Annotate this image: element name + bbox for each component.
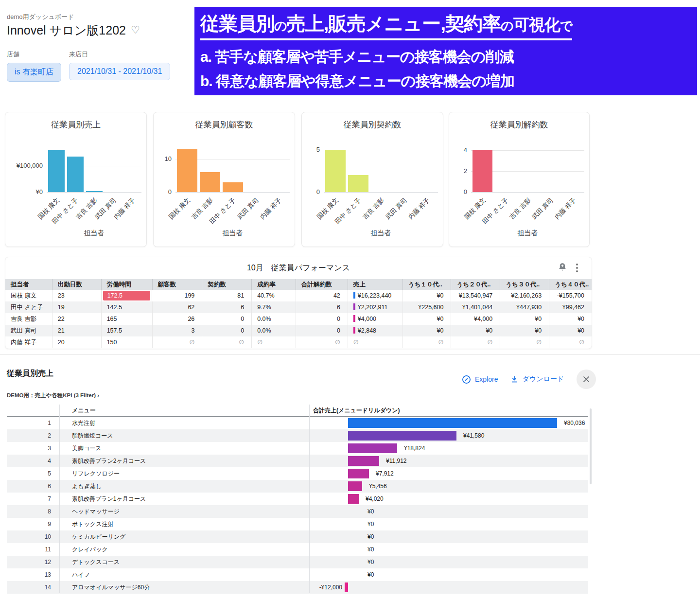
- row-number: 10: [7, 530, 51, 543]
- table-cell: ¥0: [451, 325, 500, 336]
- list-item[interactable]: 8ヘッドマッサージ¥0: [7, 505, 588, 518]
- y-tick-label: 0: [154, 188, 172, 195]
- row-number: 7: [7, 493, 51, 505]
- table-row[interactable]: 国枝 康文23172.51998140.7%42¥16,223,440¥0¥13…: [5, 290, 592, 301]
- column-header[interactable]: 出勤日数: [52, 279, 101, 290]
- y-tick-label: 0: [449, 188, 467, 195]
- column-header[interactable]: 売上: [348, 279, 402, 290]
- column-header[interactable]: 顧客数: [152, 279, 202, 290]
- value-bar[interactable]: [348, 431, 456, 441]
- list-item[interactable]: 4素肌改善プラン2ヶ月コース¥11,912: [7, 455, 588, 467]
- chart-bar[interactable]: [348, 175, 368, 192]
- explore-button[interactable]: Explore: [462, 375, 498, 384]
- filter-breadcrumb[interactable]: DEMO用：売上や各種KPI (3 Filter) ›: [7, 392, 99, 399]
- list-item[interactable]: 13ハイフ¥0: [7, 568, 588, 581]
- x-axis-label: 武田 真司: [530, 196, 556, 221]
- chart-bar[interactable]: [86, 191, 103, 192]
- list-item[interactable]: 2脂肪燃焼コース¥41,580: [7, 429, 588, 442]
- column-header[interactable]: うち４０代..: [549, 279, 592, 290]
- banner-headline-segment: 売上,販売メニュー,契約率: [287, 13, 501, 34]
- table-cell: 40.7%: [251, 290, 296, 301]
- y-tick-label: ¥100,000: [5, 162, 43, 169]
- table-cell: ¥0: [500, 325, 549, 336]
- banner-headline-segment: 可視化: [513, 16, 560, 34]
- list-item[interactable]: 7素肌改善プラン1ヶ月コース¥4,020: [7, 493, 588, 505]
- menu-name: ボトックス注射: [72, 518, 113, 530]
- chart-bar[interactable]: [472, 150, 493, 192]
- menu-name: アロマオイルマッサージ60分: [72, 581, 150, 594]
- value-bar[interactable]: [348, 469, 369, 478]
- table-row[interactable]: 武田 真司21157.5300.0%0¥2,848¥0¥0¥0¥0: [5, 325, 592, 336]
- close-button[interactable]: [577, 370, 596, 389]
- table-row[interactable]: 吉良 吉影221652600.0%0¥4,000¥0¥4,000¥0¥0: [5, 313, 592, 325]
- menu-name: 素肌改善プラン2ヶ月コース: [72, 455, 146, 467]
- store-filter-chip[interactable]: is 有楽町店: [7, 63, 61, 82]
- chart-bar[interactable]: [223, 182, 243, 192]
- alarm-add-icon[interactable]: [558, 262, 567, 274]
- value-bar[interactable]: [345, 582, 348, 592]
- table-row[interactable]: 田中 さと子19142.56269.7%6¥2,202,911¥225,600¥…: [5, 301, 592, 313]
- table-cell: 0: [202, 325, 251, 336]
- table-cell: 0: [202, 313, 251, 325]
- table-row[interactable]: 内藤 祥子20150∅∅∅∅∅∅∅∅∅: [5, 336, 592, 348]
- list-item[interactable]: 10ケミカルピーリング¥0: [7, 530, 588, 543]
- table-cell: 6: [202, 301, 251, 313]
- list-item[interactable]: 6よもぎ蒸し¥5,456: [7, 480, 588, 493]
- table-cell: ∅: [152, 336, 202, 348]
- bar-value-label: ¥11,912: [386, 455, 407, 467]
- column-header[interactable]: 成約率: [251, 279, 296, 290]
- chart-card[interactable]: 従業員別売上¥100,000¥0国枝 康文田中 さと子吉良 吉影武田 真司内藤 …: [5, 112, 147, 247]
- chart-bar[interactable]: [48, 150, 65, 192]
- gridline: [175, 192, 290, 193]
- chart-bar[interactable]: [200, 172, 220, 192]
- x-axis-title: 担当者: [175, 229, 290, 238]
- column-header[interactable]: うち１０代..: [402, 279, 451, 290]
- list-item[interactable]: 5リフレクソロジー¥7,912: [7, 467, 588, 480]
- chart-bar[interactable]: [325, 150, 346, 192]
- value-column-header[interactable]: 合計売上(メニュードリルダウン): [313, 405, 400, 416]
- menu-column-header[interactable]: メニュー: [72, 405, 96, 416]
- list-item[interactable]: 3美脚コース¥18,824: [7, 442, 588, 455]
- chart-card[interactable]: 従業員別契約数50国枝 康文田中 さと子吉良 吉影武田 真司内藤 祥子担当者: [301, 112, 443, 247]
- drilldown-title: 従業員別売上: [7, 369, 53, 379]
- list-item[interactable]: 9ボトックス注射¥0: [7, 518, 588, 530]
- scrollbar-thumb[interactable]: [590, 408, 592, 484]
- download-button[interactable]: ダウンロード: [510, 375, 564, 384]
- table-cell: 62: [152, 301, 202, 313]
- menu-name: 美脚コース: [72, 442, 102, 455]
- list-item[interactable]: 14アロマオイルマッサージ60分-¥12,000: [7, 581, 588, 594]
- column-header[interactable]: うち３０代..: [500, 279, 549, 290]
- y-tick-label: 4: [449, 146, 467, 154]
- date-range-control[interactable]: 2021/10/31 - 2021/10/31: [69, 63, 170, 80]
- value-bar[interactable]: [348, 494, 359, 504]
- value-bar[interactable]: [348, 481, 362, 491]
- table-cell: 20: [52, 336, 101, 348]
- column-divider: [309, 405, 310, 593]
- chart-card[interactable]: 従業員別顧客数100国枝 康文吉良 吉影田中 さと子武田 真司内藤 祥子担当者: [153, 112, 295, 247]
- chart-card[interactable]: 従業員別解約数420国枝 康文田中 さと子吉良 吉影武田 真司内藤 祥子担当者: [449, 112, 590, 247]
- chart-bar[interactable]: [67, 157, 84, 192]
- chart-bar[interactable]: [177, 149, 197, 192]
- column-header[interactable]: 契約数: [202, 279, 251, 290]
- table-cell: 0.0%: [251, 313, 296, 325]
- kebab-menu-icon[interactable]: [575, 263, 579, 273]
- column-header[interactable]: 担当者: [5, 279, 52, 290]
- value-bar[interactable]: [348, 456, 379, 466]
- favorite-heart-icon[interactable]: ♡: [131, 24, 140, 35]
- row-number: 5: [7, 467, 51, 480]
- value-bar[interactable]: [348, 418, 557, 428]
- column-header[interactable]: 合計解約数: [296, 279, 348, 290]
- column-header[interactable]: うち２０代..: [451, 279, 500, 290]
- row-number: 2: [7, 429, 51, 442]
- column-header[interactable]: 労働時間: [101, 279, 152, 290]
- bar-value-label: -¥12,000: [319, 581, 342, 594]
- menu-name: ハイフ: [72, 568, 90, 581]
- list-item[interactable]: 11クレイパック¥0: [7, 543, 588, 556]
- list-item[interactable]: 12デトックスコース¥0: [7, 556, 588, 568]
- table-cell: ¥225,600: [402, 301, 451, 313]
- value-bar[interactable]: [348, 443, 397, 453]
- menu-name: 素肌改善プラン1ヶ月コース: [72, 493, 146, 505]
- table-cell: 199: [152, 290, 202, 301]
- list-item[interactable]: 1水光注射¥80,036: [7, 417, 588, 429]
- table-cell: 150: [101, 336, 152, 348]
